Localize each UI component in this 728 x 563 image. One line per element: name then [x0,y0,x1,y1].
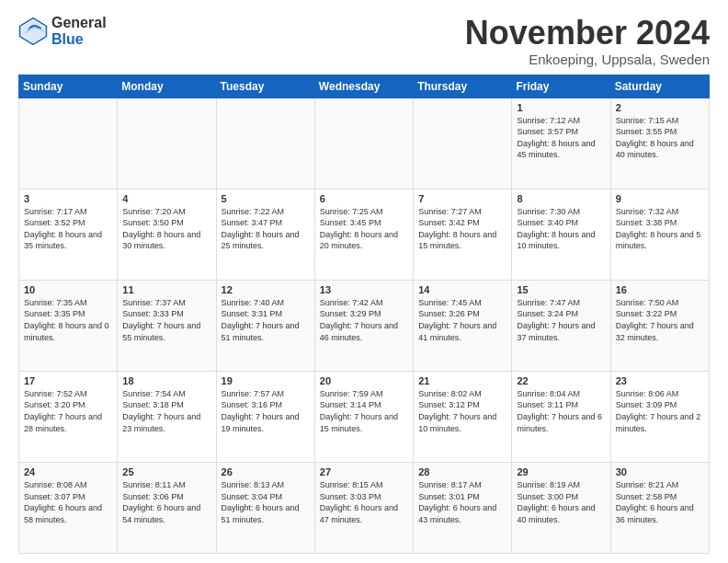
logo-blue: Blue [51,31,107,48]
day-info: Sunrise: 7:12 AM Sunset: 3:57 PM Dayligh… [517,115,605,161]
day-number: 1 [517,102,605,113]
day-info: Sunrise: 7:22 AM Sunset: 3:47 PM Dayligh… [222,206,310,252]
calendar-cell: 28Sunrise: 8:17 AM Sunset: 3:01 PM Dayli… [414,462,512,553]
calendar-cell: 24Sunrise: 8:08 AM Sunset: 3:07 PM Dayli… [19,462,118,553]
day-number: 2 [616,102,704,113]
day-info: Sunrise: 8:17 AM Sunset: 3:01 PM Dayligh… [418,479,506,525]
day-info: Sunrise: 7:20 AM Sunset: 3:50 PM Dayligh… [122,206,210,252]
day-info: Sunrise: 7:25 AM Sunset: 3:45 PM Dayligh… [320,206,408,252]
calendar-cell: 26Sunrise: 8:13 AM Sunset: 3:04 PM Dayli… [216,462,314,553]
calendar-week-4: 17Sunrise: 7:52 AM Sunset: 3:20 PM Dayli… [19,371,710,462]
day-info: Sunrise: 7:15 AM Sunset: 3:55 PM Dayligh… [616,115,704,161]
day-info: Sunrise: 7:59 AM Sunset: 3:14 PM Dayligh… [320,388,408,434]
day-info: Sunrise: 7:57 AM Sunset: 3:16 PM Dayligh… [222,388,310,434]
day-number: 3 [24,193,112,204]
day-number: 25 [122,466,210,477]
calendar-cell: 9Sunrise: 7:32 AM Sunset: 3:38 PM Daylig… [610,189,709,280]
calendar-cell: 14Sunrise: 7:45 AM Sunset: 3:26 PM Dayli… [414,280,512,371]
calendar-cell: 21Sunrise: 8:02 AM Sunset: 3:12 PM Dayli… [414,371,512,462]
calendar-cell: 8Sunrise: 7:30 AM Sunset: 3:40 PM Daylig… [512,189,610,280]
day-info: Sunrise: 7:37 AM Sunset: 3:33 PM Dayligh… [122,297,210,343]
calendar-week-2: 3Sunrise: 7:17 AM Sunset: 3:52 PM Daylig… [19,189,710,280]
calendar-cell: 17Sunrise: 7:52 AM Sunset: 3:20 PM Dayli… [19,371,118,462]
weekday-header-wednesday: Wednesday [314,75,413,98]
day-info: Sunrise: 7:40 AM Sunset: 3:31 PM Dayligh… [222,297,310,343]
day-info: Sunrise: 7:27 AM Sunset: 3:42 PM Dayligh… [418,206,506,252]
calendar-cell [414,98,512,189]
day-info: Sunrise: 7:54 AM Sunset: 3:18 PM Dayligh… [122,388,210,434]
calendar-cell: 20Sunrise: 7:59 AM Sunset: 3:14 PM Dayli… [314,371,413,462]
day-number: 23 [616,375,704,386]
day-number: 15 [517,284,605,295]
header: General Blue November 2024 Enkoeping, Up… [18,15,710,67]
calendar-cell: 23Sunrise: 8:06 AM Sunset: 3:09 PM Dayli… [610,371,709,462]
logo-general: General [51,15,107,31]
weekday-header-thursday: Thursday [414,75,512,98]
day-info: Sunrise: 7:42 AM Sunset: 3:29 PM Dayligh… [320,297,408,343]
page: General Blue November 2024 Enkoeping, Up… [0,0,728,563]
day-info: Sunrise: 7:45 AM Sunset: 3:26 PM Dayligh… [418,297,506,343]
calendar-cell: 5Sunrise: 7:22 AM Sunset: 3:47 PM Daylig… [216,189,314,280]
day-number: 12 [222,284,310,295]
calendar-cell: 25Sunrise: 8:11 AM Sunset: 3:06 PM Dayli… [118,462,216,553]
logo-text: General Blue [51,15,107,47]
day-number: 28 [418,466,506,477]
subtitle: Enkoeping, Uppsala, Sweden [465,52,710,67]
weekday-header-monday: Monday [118,75,216,98]
day-info: Sunrise: 7:35 AM Sunset: 3:35 PM Dayligh… [24,297,112,343]
day-info: Sunrise: 8:15 AM Sunset: 3:03 PM Dayligh… [320,479,408,525]
day-info: Sunrise: 8:06 AM Sunset: 3:09 PM Dayligh… [616,388,704,434]
calendar-cell: 19Sunrise: 7:57 AM Sunset: 3:16 PM Dayli… [216,371,314,462]
day-number: 22 [517,375,605,386]
day-info: Sunrise: 7:50 AM Sunset: 3:22 PM Dayligh… [616,297,704,343]
calendar-week-3: 10Sunrise: 7:35 AM Sunset: 3:35 PM Dayli… [19,280,710,371]
calendar-cell: 13Sunrise: 7:42 AM Sunset: 3:29 PM Dayli… [314,280,413,371]
day-info: Sunrise: 8:02 AM Sunset: 3:12 PM Dayligh… [418,388,506,434]
day-number: 7 [418,193,506,204]
day-number: 16 [616,284,704,295]
day-info: Sunrise: 7:17 AM Sunset: 3:52 PM Dayligh… [24,206,112,252]
calendar-cell: 22Sunrise: 8:04 AM Sunset: 3:11 PM Dayli… [512,371,610,462]
day-number: 13 [320,284,408,295]
calendar-cell [216,98,314,189]
day-number: 4 [122,193,210,204]
title-block: November 2024 Enkoeping, Uppsala, Sweden [465,15,710,67]
day-info: Sunrise: 8:19 AM Sunset: 3:00 PM Dayligh… [517,479,605,525]
day-number: 29 [517,466,605,477]
day-number: 17 [24,375,112,386]
weekday-header-saturday: Saturday [610,75,709,98]
calendar-table: SundayMondayTuesdayWednesdayThursdayFrid… [18,75,710,554]
calendar-cell: 6Sunrise: 7:25 AM Sunset: 3:45 PM Daylig… [314,189,413,280]
calendar-cell [118,98,216,189]
calendar-cell [314,98,413,189]
day-info: Sunrise: 8:04 AM Sunset: 3:11 PM Dayligh… [517,388,605,434]
calendar-cell: 11Sunrise: 7:37 AM Sunset: 3:33 PM Dayli… [118,280,216,371]
calendar-cell: 7Sunrise: 7:27 AM Sunset: 3:42 PM Daylig… [414,189,512,280]
day-number: 11 [122,284,210,295]
day-info: Sunrise: 7:30 AM Sunset: 3:40 PM Dayligh… [517,206,605,252]
day-number: 5 [222,193,310,204]
day-number: 24 [24,466,112,477]
calendar-cell: 2Sunrise: 7:15 AM Sunset: 3:55 PM Daylig… [610,98,709,189]
day-info: Sunrise: 8:21 AM Sunset: 2:58 PM Dayligh… [616,479,704,525]
logo-icon [18,17,48,46]
weekday-header-tuesday: Tuesday [216,75,314,98]
weekday-header-friday: Friday [512,75,610,98]
day-info: Sunrise: 7:47 AM Sunset: 3:24 PM Dayligh… [517,297,605,343]
day-number: 9 [616,193,704,204]
day-info: Sunrise: 8:11 AM Sunset: 3:06 PM Dayligh… [122,479,210,525]
calendar-week-5: 24Sunrise: 8:08 AM Sunset: 3:07 PM Dayli… [19,462,710,553]
day-info: Sunrise: 8:08 AM Sunset: 3:07 PM Dayligh… [24,479,112,525]
day-number: 27 [320,466,408,477]
day-info: Sunrise: 7:32 AM Sunset: 3:38 PM Dayligh… [616,206,704,252]
day-number: 6 [320,193,408,204]
calendar-cell: 4Sunrise: 7:20 AM Sunset: 3:50 PM Daylig… [118,189,216,280]
day-number: 20 [320,375,408,386]
day-info: Sunrise: 7:52 AM Sunset: 3:20 PM Dayligh… [24,388,112,434]
calendar-cell: 10Sunrise: 7:35 AM Sunset: 3:35 PM Dayli… [19,280,118,371]
day-number: 30 [616,466,704,477]
day-number: 26 [222,466,310,477]
weekday-header-sunday: Sunday [19,75,118,98]
calendar-cell: 27Sunrise: 8:15 AM Sunset: 3:03 PM Dayli… [314,462,413,553]
calendar-cell: 12Sunrise: 7:40 AM Sunset: 3:31 PM Dayli… [216,280,314,371]
